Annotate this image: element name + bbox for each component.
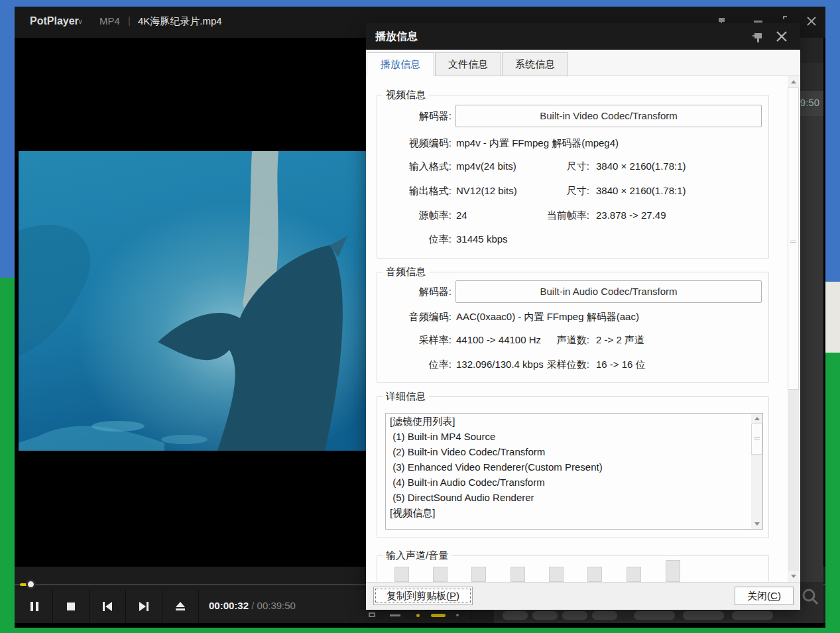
tab-system-info[interactable]: 系统信息 <box>502 52 568 76</box>
dialog-titlebar[interactable]: 播放信息 <box>366 23 800 50</box>
video-info-group-title: 视频信息 <box>383 89 429 101</box>
video-codec-row: 视频编码:mp4v - 内置 FFmpeg 解码器(mpeg4) <box>377 137 768 153</box>
scrollbar-thumb[interactable] <box>751 424 762 455</box>
details-line: (4) Built-in Audio Codec/Transform <box>386 475 762 490</box>
field-value: NV12(12 bits) <box>456 185 517 196</box>
scroll-up-icon[interactable] <box>751 414 762 424</box>
field-value: mp4v(24 bits) <box>456 160 516 172</box>
field-label: 源帧率: <box>377 209 451 222</box>
previous-button[interactable] <box>90 590 126 623</box>
playlist-toolbar-button[interactable] <box>532 611 558 620</box>
toolbar-dot-icon[interactable] <box>456 614 459 616</box>
details-line: [滤镜使用列表] <box>386 414 762 429</box>
button-mnemonic: C <box>770 590 778 601</box>
audio-samplerate-row: 采样率:44100 -> 44100 Hz 声道数:2 -> 2 声道 <box>377 334 768 350</box>
channel-meter <box>666 560 680 582</box>
scrollbar-thumb[interactable] <box>788 87 799 390</box>
audio-bitrate-row: 位率:132.096/130.4 kbps 采样位数:16 -> 16 位 <box>377 359 768 374</box>
audio-info-group: 音频信息 解码器: Built-in Audio Codec/Transform… <box>377 272 769 383</box>
tab-file-info[interactable]: 文件信息 <box>435 52 501 76</box>
playlist-search-icon[interactable] <box>801 587 819 608</box>
playback-highlight-icon[interactable] <box>431 614 446 617</box>
field-value: mp4v - 内置 FFmpeg 解码器(mpeg4) <box>456 137 619 148</box>
video-decoder-button[interactable]: Built-in Video Codec/Transform <box>455 105 762 127</box>
video-frame[interactable] <box>19 151 366 451</box>
field-label: 采样率: <box>377 334 451 347</box>
ab-repeat-icon[interactable] <box>369 612 375 617</box>
field-label: 输入格式: <box>377 160 451 173</box>
details-line: (5) DirectSound Audio Renderer <box>386 490 762 505</box>
field-value: 2 -> 2 声道 <box>596 334 644 347</box>
playlist-toolbar-button[interactable] <box>592 611 617 620</box>
details-scrollbar[interactable] <box>751 414 762 529</box>
input-channels-group-title: 输入声道/音量 <box>383 549 451 562</box>
scroll-down-icon[interactable] <box>788 571 799 582</box>
stop-button[interactable] <box>53 590 90 623</box>
details-line: (2) Built-in Video Codec/Transform <box>386 444 762 459</box>
app-logo-text[interactable]: PotPlayer <box>30 15 79 27</box>
scroll-down-icon[interactable] <box>751 519 762 529</box>
details-line: (1) Built-in MP4 Source <box>386 429 762 444</box>
wallpaper-white-band <box>825 282 840 353</box>
details-line: [视频信息] <box>386 505 762 520</box>
tab-playback-info[interactable]: 播放信息 <box>367 52 434 76</box>
current-file-title: 4K海豚纪录片.mp4 <box>138 15 222 28</box>
playlist-toolbar-button[interactable] <box>503 611 528 620</box>
audio-codec-row: 音频编码:AAC(0xaac0) - 内置 FFmpeg 解码器(aac) <box>377 311 768 327</box>
scrollbar-track[interactable] <box>788 390 799 571</box>
channel-meter <box>394 567 409 582</box>
close-button[interactable]: 关闭(C) <box>735 587 794 605</box>
channel-meter <box>471 567 486 582</box>
audio-decoder-label: 解码器: <box>377 286 451 298</box>
wallpaper-green-left <box>0 278 15 633</box>
audio-decoder-button[interactable]: Built-in Audio Codec/Transform <box>455 280 762 303</box>
yellow-dot-indicator <box>416 614 420 617</box>
seekbar-thumb[interactable] <box>26 579 36 589</box>
toolbar-dash-icon[interactable] <box>390 614 400 616</box>
copy-to-clipboard-button[interactable]: 复制到剪贴板(P) <box>373 587 473 605</box>
channel-meter <box>549 567 564 582</box>
dialog-close-icon[interactable] <box>774 29 789 46</box>
field-value: AAC(0xaac0) - 内置 FFmpeg 解码器(aac) <box>456 311 639 322</box>
field-label: 声道数: <box>520 334 589 347</box>
dialog-footer: 复制到剪贴板(P) 关闭(C) <box>366 582 800 610</box>
playlist-item-duration: 9:50 <box>800 97 819 108</box>
video-decoder-label: 解码器: <box>377 110 451 123</box>
dialog-pin-icon[interactable] <box>751 29 766 46</box>
playlist-toolbar-button[interactable] <box>562 611 587 620</box>
scroll-up-icon[interactable] <box>788 76 799 87</box>
app-menu-chevron-icon[interactable]: ∨ <box>78 17 83 26</box>
eject-button[interactable] <box>162 590 199 623</box>
button-label: ) <box>456 590 459 601</box>
field-value: 31445 kbps <box>456 233 508 245</box>
video-framerate-row: 源帧率:24 当前帧率:23.878 -> 27.49 <box>377 209 768 225</box>
dialog-tabstrip: 播放信息 文件信息 系统信息 <box>366 50 800 76</box>
details-group-title: 详细信息 <box>383 390 429 403</box>
playlist-toolbar-button[interactable] <box>732 611 773 620</box>
video-input-format-row: 输入格式:mp4v(24 bits) 尺寸:3840 × 2160(1.78:1… <box>377 160 768 176</box>
wallpaper-green-bottom <box>0 628 840 633</box>
video-output-format-row: 输出格式:NV12(12 bits) 尺寸:3840 × 2160(1.78:1… <box>377 185 768 201</box>
field-value: 3840 × 2160(1.78:1) <box>596 185 686 196</box>
format-badge: MP4 <box>99 15 120 27</box>
pause-button[interactable] <box>17 590 53 623</box>
field-label: 当前帧率: <box>520 209 589 222</box>
playlist-toolbar-button[interactable] <box>683 611 724 620</box>
video-info-group: 视频信息 解码器: Built-in Video Codec/Transform… <box>377 95 769 259</box>
time-current: 00:00:32 <box>209 600 249 611</box>
details-listbox[interactable]: [滤镜使用列表] (1) Built-in MP4 Source (2) Bui… <box>385 413 763 530</box>
time-display: 00:00:32 / 00:39:50 <box>209 600 296 611</box>
dialog-body: 视频信息 解码器: Built-in Video Codec/Transform… <box>366 76 800 582</box>
titlebar-separator: | <box>128 15 131 26</box>
next-button[interactable] <box>126 590 162 623</box>
playlist-toolbar-button[interactable] <box>634 611 675 620</box>
field-label: 输出格式: <box>377 185 451 198</box>
channel-meter <box>433 567 448 582</box>
dialog-scrollbar[interactable] <box>788 76 799 582</box>
close-window-icon[interactable] <box>805 15 819 28</box>
details-group: 详细信息 [滤镜使用列表] (1) Built-in MP4 Source (2… <box>377 396 769 538</box>
field-label: 位率: <box>377 233 451 246</box>
button-label: 关闭( <box>747 590 770 601</box>
field-label: 采样位数: <box>520 359 589 371</box>
time-total: 00:39:50 <box>257 600 296 611</box>
